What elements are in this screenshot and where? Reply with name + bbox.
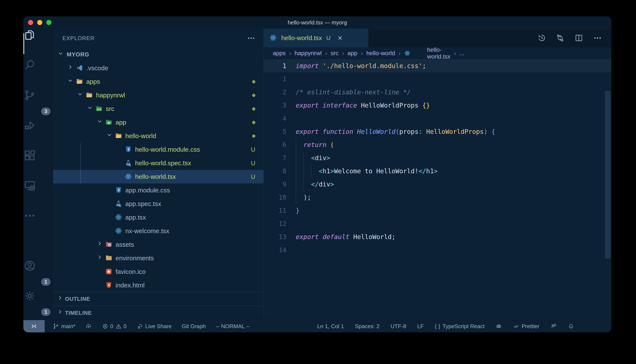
activity-item-explorer[interactable] [23, 29, 53, 59]
tree-item-app[interactable]: app [53, 116, 263, 129]
status-label: Live Share [145, 323, 171, 330]
chevron-down-icon [96, 118, 105, 127]
editor-action-open-changes[interactable] [556, 34, 565, 42]
status-git-graph[interactable]: Git Graph [182, 323, 206, 330]
status-indentation[interactable]: Spaces: 2 [355, 323, 380, 330]
activity-item-search[interactable] [23, 59, 53, 89]
editor-action-open-timeline[interactable] [537, 34, 546, 42]
status-problems[interactable]: 00 [102, 323, 126, 330]
chevron-right-icon [57, 309, 65, 317]
line-number: 1 [264, 75, 296, 83]
activity-item-extensions[interactable] [23, 149, 53, 179]
tree-item-label: app [116, 119, 126, 126]
tree-item-label: apps [86, 78, 100, 85]
error-count: 0 [110, 323, 113, 330]
breadcrumb-item[interactable]: happynrwl [295, 50, 322, 57]
test-icon: TS [124, 159, 134, 167]
tree-item-label: hello-world [125, 132, 156, 140]
git-modified-dot [252, 134, 255, 138]
git-untracked-badge: U [251, 173, 255, 180]
react-icon [404, 50, 425, 56]
status-git-branch[interactable]: main* [53, 323, 75, 330]
status-encoding[interactable]: UTF-8 [391, 323, 406, 330]
activity-item-run-and-debug[interactable] [23, 119, 53, 149]
activity-badge: 3 [41, 108, 51, 115]
activity-item-more-views[interactable] [23, 209, 53, 240]
traffic-light-close[interactable] [28, 20, 33, 25]
tree-item-app-tsx[interactable]: app.tsx [53, 211, 263, 224]
tree-item-favicon-ico[interactable]: favicon.ico [53, 265, 263, 278]
editor-group: hello-world.tsxU apps›happynrwl›src›app›… [264, 29, 611, 320]
tree-item-hello-world[interactable]: hello-world [53, 129, 263, 143]
folder-tan-icon [115, 132, 124, 140]
breadcrumb-item[interactable]: apps [273, 50, 286, 57]
tree-item-index-html[interactable]: 5index.html [53, 278, 263, 292]
activity-item-remote-explorer[interactable] [23, 179, 53, 209]
section-outline[interactable]: OUTLINE [53, 292, 263, 306]
sidebar-title: EXPLORER [63, 35, 95, 42]
tree-item-hello-world-spec-tsx[interactable]: TShello-world.spec.tsxU [53, 156, 263, 170]
tree-item-hello-world-tsx[interactable]: hello-world.tsxU [53, 170, 263, 184]
files-icon [23, 29, 53, 59]
status-language-mode[interactable]: { }TypeScript React [435, 323, 485, 330]
activity-item-settings[interactable]: 1 [23, 290, 53, 320]
close-icon[interactable] [337, 35, 343, 41]
tree-item-src[interactable]: </>src [53, 102, 263, 116]
tree-item-myorg[interactable]: MYORG [53, 48, 263, 61]
git-modified-dot [252, 121, 255, 124]
editor-scrollbar[interactable] [605, 91, 610, 258]
breadcrumb-item[interactable]: hello-world.tsx [404, 46, 451, 60]
editor-actions [368, 29, 611, 47]
status-label: Prettier [522, 323, 539, 330]
status-feedback[interactable] [550, 323, 557, 330]
explorer-more-actions-icon[interactable] [247, 34, 255, 42]
tree-item-hello-world-module-css[interactable]: 3hello-world.module.cssU [53, 143, 263, 156]
code-lines: 1import './hello-world.module.css';12/* … [264, 59, 611, 256]
breadcrumb-item[interactable]: hello-world [366, 50, 395, 57]
chevron-down-icon [57, 50, 66, 59]
breadcrumb-item[interactable]: src [331, 50, 338, 57]
test-icon: TS [115, 200, 124, 208]
status-formatter[interactable]: Prettier [513, 323, 539, 330]
line-number: 13 [264, 233, 296, 240]
git-modified-dot [252, 107, 255, 110]
code-line-10: 9 </div> [264, 178, 611, 191]
editor-action-split-editor[interactable] [574, 34, 583, 42]
tree-item-label: app.tsx [125, 214, 146, 221]
traffic-light-maximize[interactable] [46, 20, 51, 25]
tree-item-happynrwl[interactable]: happynrwl [53, 88, 263, 102]
status-label: LF [417, 323, 423, 330]
tree-item--vscode[interactable]: .vscode [53, 61, 263, 75]
title-bar: hello-world.tsx — myorg [23, 16, 611, 29]
tree-item-assets[interactable]: assets [53, 238, 263, 251]
git-modified-dot [252, 94, 255, 97]
tree-item-app-module-css[interactable]: 3app.module.css [53, 184, 263, 197]
status-sync[interactable] [85, 323, 92, 330]
chevron-down-icon [87, 104, 95, 113]
breadcrumb-item[interactable]: app [347, 50, 357, 57]
breadcrumb-item[interactable]: ... [460, 50, 464, 57]
status-cursor-position[interactable]: Ln 1, Col 1 [317, 323, 344, 330]
status-live-share[interactable]: Live Share [137, 323, 171, 330]
activity-item-accounts[interactable]: 1 [23, 260, 53, 290]
section-timeline[interactable]: TIMELINE [53, 306, 263, 320]
tree-item-nx-welcome-tsx[interactable]: nx-welcome.tsx [53, 224, 263, 238]
tree-item-app-spec-tsx[interactable]: TSapp.spec.tsx [53, 197, 263, 211]
breadcrumb-separator: › [325, 50, 327, 57]
svg-text:3: 3 [118, 188, 119, 192]
status-right-group: Ln 1, Col 1Spaces: 2UTF-8LF{ }TypeScript… [317, 323, 574, 330]
code-editor[interactable]: 1import './hello-world.module.css';12/* … [264, 59, 611, 320]
tree-item-environments[interactable]: environments [53, 251, 263, 265]
status-notifications[interactable] [568, 323, 574, 330]
status-copilot[interactable] [496, 323, 502, 330]
status-vim-mode[interactable]: -- NORMAL -- [216, 323, 250, 330]
tab-hello-world-tsx[interactable]: hello-world.tsxU [264, 29, 368, 47]
activity-item-source-control[interactable]: 3 [23, 89, 53, 119]
status-eol[interactable]: LF [417, 323, 423, 330]
tree-item-label: assets [116, 241, 134, 248]
status-remote-indicator[interactable] [23, 320, 45, 332]
traffic-light-minimize[interactable] [37, 20, 42, 25]
editor-action-more-actions[interactable] [593, 34, 602, 42]
tree-item-apps[interactable]: apps [53, 75, 263, 88]
search-icon [23, 59, 53, 89]
